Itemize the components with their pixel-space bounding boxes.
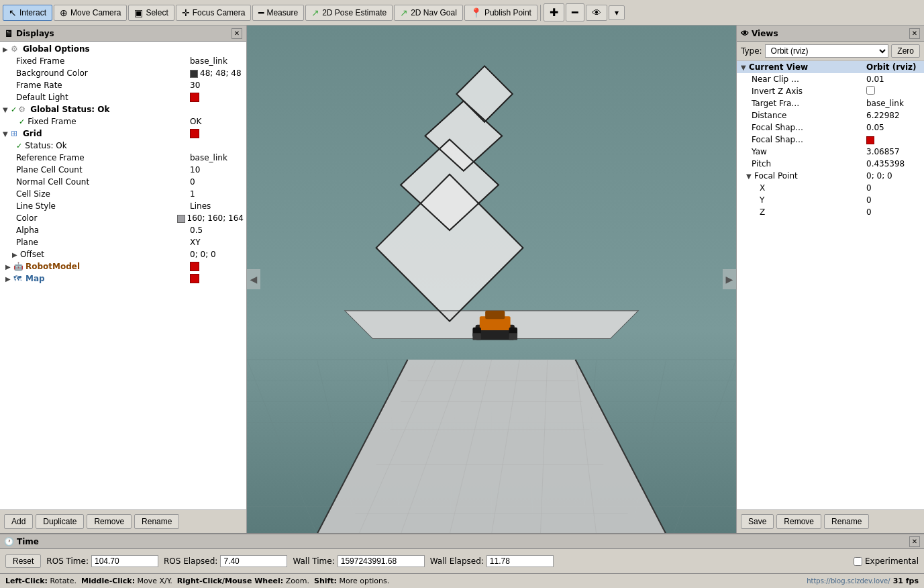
- views-row-distance[interactable]: Distance 6.22982: [737, 109, 924, 121]
- views-title-text: Views: [752, 29, 778, 38]
- views-type-label: Type:: [741, 46, 762, 56]
- tree-row-normal-cell[interactable]: Normal Cell Count 0: [0, 176, 246, 188]
- views-close-btn[interactable]: ✕: [909, 28, 920, 39]
- current-view-arrow[interactable]: ▼: [741, 64, 749, 71]
- tree-row-cell-size[interactable]: Cell Size 1: [0, 188, 246, 200]
- viewport-arrow-left[interactable]: ◀: [247, 269, 260, 289]
- minus-button[interactable]: ━: [566, 3, 584, 21]
- select-button[interactable]: ▣ Select: [128, 5, 174, 21]
- map-arrow[interactable]: ▶: [5, 275, 13, 283]
- tree-row-bg-color[interactable]: Background Color 48; 48; 48: [0, 67, 246, 79]
- default-light-checkbox[interactable]: [190, 93, 199, 102]
- tree-row-plane-cell[interactable]: Plane Cell Count 10: [0, 164, 246, 176]
- views-row-focal-shape-size[interactable]: Focal Shap… 0.05: [737, 121, 924, 134]
- wall-elapsed-input[interactable]: [486, 555, 554, 567]
- tree-row-offset[interactable]: ▶ Offset 0; 0; 0: [0, 248, 246, 260]
- pitch-label: Pitch: [752, 159, 866, 168]
- publish-point-button[interactable]: 📍 Publish Point: [464, 5, 537, 21]
- time-close-btn[interactable]: ✕: [909, 536, 920, 547]
- tree-row-default-light[interactable]: Default Light: [0, 91, 246, 103]
- views-row-pitch[interactable]: Pitch 0.435398: [737, 158, 924, 170]
- focal-point-arrow[interactable]: ▼: [746, 173, 754, 180]
- ros-elapsed-input[interactable]: [220, 555, 287, 567]
- add-button[interactable]: Add: [4, 514, 33, 529]
- views-type-select[interactable]: Orbit (rviz) FPS (rviz) TopDown Ortho: [765, 44, 889, 58]
- near-clip-value: 0.01: [866, 75, 920, 84]
- rename-view-button[interactable]: Rename: [824, 514, 869, 529]
- remove-display-button[interactable]: Remove: [87, 514, 132, 529]
- grid-arrow[interactable]: ▼: [3, 130, 11, 138]
- views-row-y[interactable]: Y 0: [737, 194, 924, 206]
- views-tree: ▼ Current View Orbit (rviz) Near Clip … …: [737, 61, 924, 509]
- viewport-arrow-right[interactable]: ▶: [723, 269, 736, 289]
- 3d-viewport[interactable]: ◀ ▶: [247, 26, 736, 533]
- eye-button[interactable]: 👁: [586, 5, 607, 21]
- plane-cell-value: 10: [190, 165, 244, 175]
- tree-row-robot-model[interactable]: ▶ 🤖 RobotModel: [0, 260, 246, 273]
- views-row-invert-z[interactable]: Invert Z Axis: [737, 85, 924, 97]
- tree-row-alpha[interactable]: Alpha 0.5: [0, 224, 246, 236]
- robot-model-arrow[interactable]: ▶: [5, 263, 13, 271]
- views-panel: 👁 Views ✕ Type: Orbit (rviz) FPS (rviz) …: [736, 26, 924, 533]
- views-row-yaw[interactable]: Yaw 3.06857: [737, 146, 924, 158]
- views-row-z[interactable]: Z 0: [737, 206, 924, 218]
- tree-row-plane[interactable]: Plane XY: [0, 236, 246, 248]
- rename-display-button[interactable]: Rename: [134, 514, 179, 529]
- reset-button[interactable]: Reset: [5, 554, 41, 568]
- global-status-arrow[interactable]: ▼: [3, 106, 11, 113]
- plus-button[interactable]: ✚: [544, 3, 564, 21]
- zero-button[interactable]: Zero: [891, 44, 920, 58]
- offset-arrow[interactable]: ▶: [12, 251, 20, 258]
- tree-row-line-style[interactable]: Line Style Lines: [0, 200, 246, 212]
- svg-line-21: [450, 360, 491, 533]
- focal-shape-checkbox[interactable]: [866, 136, 874, 144]
- focus-camera-button[interactable]: ✛ Focus Camera: [176, 5, 252, 21]
- move-camera-button[interactable]: ⊕ Move Camera: [54, 5, 127, 21]
- tree-row-color[interactable]: Color 160; 160; 164: [0, 212, 246, 224]
- invert-z-checkbox[interactable]: [866, 86, 875, 95]
- yaw-value: 3.06857: [866, 147, 920, 156]
- views-row-target-frame[interactable]: Target Fra… base_link: [737, 97, 924, 109]
- tree-row-global-options[interactable]: ▶ ⚙ Global Options: [0, 43, 246, 55]
- ros-time-field: ROS Time:: [46, 555, 158, 567]
- svg-marker-35: [401, 140, 499, 230]
- more-button[interactable]: ▾: [609, 5, 625, 20]
- grid-label: Grid: [23, 129, 190, 138]
- views-row-current-view[interactable]: ▼ Current View Orbit (rviz): [737, 61, 924, 73]
- views-row-focal-point[interactable]: ▼ Focal Point 0; 0; 0: [737, 170, 924, 182]
- global-options-arrow[interactable]: ▶: [3, 46, 11, 53]
- map-enable-checkbox[interactable]: [190, 274, 199, 283]
- x-label: X: [760, 183, 866, 193]
- tree-row-grid[interactable]: ▼ ⊞ Grid: [0, 128, 246, 140]
- tree-row-gs-fixed[interactable]: ✓ Fixed Frame OK: [0, 115, 246, 128]
- svg-rect-43: [480, 316, 511, 330]
- wall-time-input[interactable]: [338, 555, 425, 567]
- 2d-nav-button[interactable]: ↗ 2D Nav Goal: [394, 5, 463, 21]
- tree-row-global-status[interactable]: ▼ ✓ ⚙ Global Status: Ok: [0, 103, 246, 115]
- interact-button[interactable]: ↖ Interact: [3, 5, 52, 21]
- url-display: https://blog.sclzdev.love/: [807, 577, 890, 585]
- experimental-checkbox[interactable]: [854, 557, 862, 566]
- views-icon: 👁: [741, 29, 749, 38]
- toolbar-separator: [540, 5, 541, 21]
- tree-row-map[interactable]: ▶ 🗺 Map: [0, 273, 246, 285]
- ros-time-input[interactable]: [91, 555, 158, 567]
- views-row-near-clip[interactable]: Near Clip … 0.01: [737, 73, 924, 85]
- displays-close-btn[interactable]: ✕: [232, 28, 242, 39]
- displays-title: 🖥 Displays: [4, 28, 54, 39]
- tree-row-fixed-frame[interactable]: Fixed Frame base_link: [0, 55, 246, 67]
- svg-marker-17: [317, 360, 666, 533]
- tree-row-grid-status[interactable]: ✓ Status: Ok: [0, 140, 246, 152]
- duplicate-button[interactable]: Duplicate: [36, 514, 84, 529]
- tree-row-ref-frame[interactable]: Reference Frame base_link: [0, 152, 246, 164]
- grid-enable-checkbox[interactable]: [190, 129, 199, 138]
- 2d-pose-button[interactable]: ↗ 2D Pose Estimate: [305, 5, 393, 21]
- save-view-button[interactable]: Save: [741, 514, 774, 529]
- measure-button[interactable]: ━ Measure: [252, 5, 304, 21]
- robot-model-enable-checkbox[interactable]: [190, 262, 199, 271]
- tree-row-frame-rate[interactable]: Frame Rate 30: [0, 79, 246, 91]
- views-row-x[interactable]: X 0: [737, 182, 924, 194]
- views-row-focal-shape-fixed[interactable]: Focal Shap…: [737, 134, 924, 146]
- remove-view-button[interactable]: Remove: [776, 514, 821, 529]
- focal-shape-fixed-label: Focal Shap…: [752, 135, 866, 144]
